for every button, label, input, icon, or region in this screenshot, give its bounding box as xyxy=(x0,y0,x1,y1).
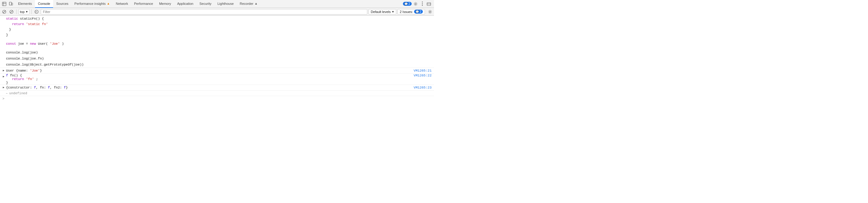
svg-rect-3 xyxy=(9,2,11,5)
tab-application[interactable]: Application xyxy=(174,0,196,8)
console-settings-button[interactable] xyxy=(427,9,433,14)
console-output: static staticFn() { return 'static fn' }… xyxy=(0,16,434,102)
console-prompt[interactable]: > xyxy=(0,96,434,101)
console-toolbar: top ▼ Default levels ▼ 2 Issues: 💬 2 xyxy=(0,8,434,16)
vm-link-2[interactable]: VM1265:22 xyxy=(414,74,432,77)
nav-right: 💬 2 ⋮ xyxy=(401,1,434,7)
tab-performance[interactable]: Performance xyxy=(131,0,156,8)
tab-recorder[interactable]: Recorder ▲ xyxy=(237,0,260,8)
toolbar-divider xyxy=(16,9,17,14)
performance-insights-warning-icon: ▲ xyxy=(107,2,110,5)
output-prototype: ▶ {constructor: f, fn: f, fn2: f} VM1265… xyxy=(0,85,434,90)
context-selector[interactable]: top ▼ xyxy=(19,9,30,14)
tab-security[interactable]: Security xyxy=(196,0,215,8)
top-nav: Elements Console Sources Performance ins… xyxy=(0,0,434,8)
issues-counter-button[interactable]: 2 Issues: 💬 2 xyxy=(398,9,425,14)
svg-point-12 xyxy=(35,10,38,13)
svg-line-9 xyxy=(3,10,5,13)
keyword-static: static xyxy=(6,17,18,21)
show-console-sidebar-button[interactable] xyxy=(33,9,39,15)
consolelog-joe: console.log(joe) xyxy=(0,50,434,56)
expand-arrow-fn[interactable]: ▶ xyxy=(2,74,5,79)
inspect-button[interactable] xyxy=(1,1,7,7)
tab-console[interactable]: Console xyxy=(35,0,53,8)
undefined-output: ← undefined xyxy=(0,90,434,96)
svg-rect-0 xyxy=(2,2,6,6)
nav-tabs: Elements Console Sources Performance ins… xyxy=(15,0,401,8)
issues-badge[interactable]: 💬 2 xyxy=(403,2,412,6)
svg-point-5 xyxy=(415,3,416,4)
clear-console-button[interactable] xyxy=(1,9,7,15)
log-levels-arrow: ▼ xyxy=(392,10,394,13)
output-user-object: ▶ User {name: 'Joe'} VM1265:21 xyxy=(0,68,434,74)
more-options-button[interactable]: ⋮ xyxy=(420,1,425,7)
spacer2 xyxy=(0,47,434,50)
tab-memory[interactable]: Memory xyxy=(156,0,174,8)
issues-badge-icon: 💬 xyxy=(404,2,408,5)
svg-point-13 xyxy=(430,11,431,12)
console-input[interactable] xyxy=(6,97,432,100)
spacer1 xyxy=(0,38,434,41)
tab-lighthouse[interactable]: Lighthouse xyxy=(214,0,237,8)
output-fn: ▶ f fn() { VM1265:22 return 'fn' ; } xyxy=(0,74,434,85)
issues-mini-badge: 💬 2 xyxy=(414,10,423,13)
svg-line-11 xyxy=(10,10,13,13)
expand-arrow-user[interactable]: ▶ xyxy=(2,68,5,74)
recorder-warning-icon: ▲ xyxy=(255,2,258,5)
vm-link-1[interactable]: VM1265:21 xyxy=(414,68,432,74)
const-joe-line: const joe = new User( 'Joe' ) xyxy=(0,41,434,47)
log-levels-dropdown[interactable]: Default levels ▼ xyxy=(369,9,396,14)
vm-link-3[interactable]: VM1265:23 xyxy=(414,85,432,90)
block-requests-button[interactable] xyxy=(8,9,14,15)
tab-sources[interactable]: Sources xyxy=(53,0,71,8)
code-block-static: static staticFn() { return 'static fn' }… xyxy=(0,16,434,38)
consolelog-joe-fn: console.log(joe.fn) xyxy=(0,56,434,62)
device-toolbar-button[interactable] xyxy=(8,1,14,7)
undock-button[interactable] xyxy=(426,1,432,7)
nav-left-icons xyxy=(0,1,15,7)
devtools-settings-button[interactable] xyxy=(413,1,418,7)
tab-performance-insights[interactable]: Performance insights ▲ xyxy=(71,0,113,8)
issues-mini-icon: 💬 xyxy=(415,10,419,13)
context-selector-arrow: ▼ xyxy=(25,10,28,13)
left-arrow-icon: ← xyxy=(6,91,8,95)
toolbar-divider2 xyxy=(31,9,32,14)
filter-input[interactable] xyxy=(41,9,367,14)
tab-network[interactable]: Network xyxy=(113,0,131,8)
expand-arrow-proto[interactable]: ▶ xyxy=(2,85,5,90)
consolelog-getprototype: console.log(Object.getPrototypeOf(joe)) xyxy=(0,62,434,68)
tab-elements[interactable]: Elements xyxy=(15,0,35,8)
